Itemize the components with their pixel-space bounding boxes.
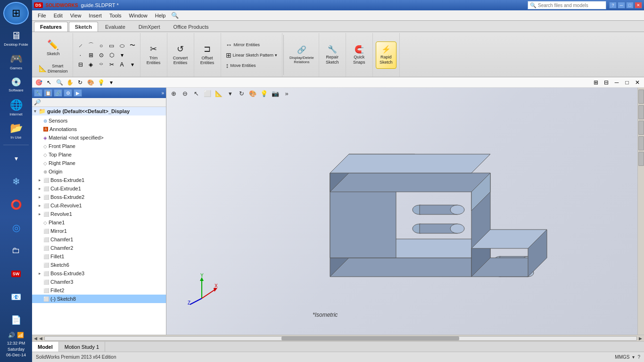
tree-item-fillet1[interactable]: ⬜ Fillet1: [32, 252, 166, 261]
sec-btn-zoom[interactable]: 🔍: [55, 78, 64, 87]
sec-btn-collapse[interactable]: ⊟: [602, 78, 611, 87]
maximize-button[interactable]: □: [626, 2, 634, 8]
taskbar-item-internet[interactable]: 🌐 Internet: [3, 97, 29, 119]
sec-btn-expand[interactable]: ⊞: [591, 78, 601, 87]
draw-point-btn[interactable]: ·: [76, 51, 85, 59]
taskbar-item-opera[interactable]: ⭕: [3, 193, 29, 215]
tree-item-cut-revolve1[interactable]: ▸ ⬜ Cut-Revolve1: [32, 201, 166, 210]
vp-btn-select[interactable]: ↖: [191, 89, 201, 98]
scroll-right-btn[interactable]: ▶: [638, 336, 643, 341]
tab-model[interactable]: Model: [32, 342, 59, 352]
taskbar-item-snowflake[interactable]: ❄: [3, 170, 29, 192]
tree-item-sketch8[interactable]: ⬜ (-) Sketch8: [32, 295, 166, 303]
draw-text-btn[interactable]: A: [117, 60, 127, 69]
ribbon-btn-smart-dimension[interactable]: 📐 SmartDimension: [37, 62, 70, 76]
sec-btn-more[interactable]: ▾: [107, 78, 116, 87]
ribbon-btn-mirror-entities[interactable]: ↔ Mirror Entities: [224, 40, 262, 49]
sec-btn-pan[interactable]: ✋: [65, 78, 74, 87]
draw-ellipse-btn[interactable]: ⬭: [117, 41, 127, 50]
sec-btn-scene[interactable]: 💡: [96, 78, 106, 87]
vp-btn-zoom-in[interactable]: ⊕: [168, 89, 179, 98]
tree-item-material[interactable]: ◈ Material <not specified>: [32, 133, 166, 142]
close-button[interactable]: ✕: [635, 2, 642, 8]
tree-item-chamfer3[interactable]: ⬜ Chamfer3: [32, 278, 166, 286]
sec-btn-window-max[interactable]: □: [622, 78, 632, 87]
menu-tools[interactable]: Tools: [106, 12, 125, 19]
tree-item-revolve1[interactable]: ▸ ⬜ Revolve1: [32, 210, 166, 218]
tree-item-top-plane[interactable]: ◇ Top Plane: [32, 150, 166, 159]
right-panel-btn-4[interactable]: [638, 136, 644, 150]
scroll-left2-btn[interactable]: ◀: [38, 336, 43, 341]
ribbon-btn-trim[interactable]: ✂ TrimEntities: [143, 41, 164, 69]
sec-btn-window-min[interactable]: ─: [612, 78, 621, 87]
tree-item-chamfer1[interactable]: ⬜ Chamfer1: [32, 235, 166, 244]
tree-btn-4[interactable]: ⚙: [64, 89, 72, 97]
right-panel-btn-3[interactable]: [638, 121, 644, 135]
vp-btn-more[interactable]: »: [281, 89, 292, 98]
right-panel-btn-2[interactable]: [638, 105, 644, 119]
vp-btn-appearance[interactable]: 🎨: [248, 89, 258, 98]
taskbar-item-outlook[interactable]: 📧: [3, 286, 29, 308]
taskbar-item-desktop[interactable]: 🖥 Desktop Folde: [3, 27, 29, 49]
draw-line-btn[interactable]: ⟋: [76, 41, 85, 50]
tree-item-origin[interactable]: ⊕ Origin: [32, 167, 166, 176]
tree-item-cut-extrude1[interactable]: ▸ ⬜ Cut-Extrude1: [32, 184, 166, 193]
taskbar-item-inuse[interactable]: 📂 In Use: [3, 120, 29, 142]
menu-edit[interactable]: Edit: [50, 12, 66, 19]
tree-btn-1[interactable]: 🔧: [34, 89, 42, 97]
tree-item-fillet2[interactable]: ⬜ Fillet2: [32, 286, 166, 295]
taskbar-item-folder[interactable]: 🗀: [3, 239, 29, 262]
tree-item-plane1[interactable]: ◇ Plane1: [32, 218, 166, 227]
draw-chamfer-btn[interactable]: ✂: [107, 60, 116, 69]
tree-item-sketch6[interactable]: ⬜ Sketch6: [32, 261, 166, 269]
draw-circle2-btn[interactable]: ⊙: [97, 51, 106, 59]
taskbar-item-expand[interactable]: ▾: [3, 147, 29, 169]
draw-circle-btn[interactable]: ○: [97, 41, 106, 50]
vp-btn-zoom-out[interactable]: ⊖: [180, 89, 190, 98]
menu-file[interactable]: File: [34, 12, 50, 19]
tree-item-sensors[interactable]: ⊚ Sensors: [32, 116, 166, 125]
sec-btn-appearance[interactable]: 🎨: [86, 78, 95, 87]
menu-insert[interactable]: Insert: [85, 12, 106, 19]
menu-help[interactable]: Help: [151, 12, 170, 19]
vp-btn-sections[interactable]: 📐: [214, 89, 224, 98]
search-input[interactable]: [538, 3, 604, 8]
tree-btn-more[interactable]: »: [161, 90, 164, 96]
tab-motion-study[interactable]: Motion Study 1: [59, 342, 105, 352]
tree-item-mirror1[interactable]: ⬜ Mirror1: [32, 227, 166, 235]
scroll-left-btn[interactable]: ◀: [33, 336, 38, 341]
sec-btn-select[interactable]: ↖: [44, 78, 54, 87]
ribbon-btn-move-entities[interactable]: ↕ Move Entities: [224, 61, 258, 70]
vp-btn-view[interactable]: ▾: [225, 89, 235, 98]
right-panel-btn-1[interactable]: [638, 90, 644, 104]
menu-view[interactable]: View: [66, 12, 85, 19]
vp-btn-scene[interactable]: 💡: [259, 89, 269, 98]
tree-item-chamfer2[interactable]: ⬜ Chamfer2: [32, 244, 166, 252]
tab-office-products[interactable]: Office Products: [167, 22, 215, 32]
taskbar-item-sw[interactable]: SW: [3, 263, 29, 285]
viewport[interactable]: ⊕ ⊖ ↖ ⬜ 📐 ▾ ↻ 🎨 💡 📷 »: [166, 88, 644, 335]
tree-item-boss-extrude2[interactable]: ▸ ⬜ Boss-Extrude2: [32, 193, 166, 201]
search-bar[interactable]: 🔍: [528, 1, 606, 9]
draw-fillet-btn[interactable]: ⌔: [97, 60, 106, 69]
tab-dimxpert[interactable]: DimXpert: [132, 22, 166, 32]
scroll-thumb[interactable]: [281, 337, 459, 340]
draw-arc-btn[interactable]: ⌒: [86, 41, 96, 50]
help-button[interactable]: ?: [609, 2, 617, 8]
tab-sketch[interactable]: Sketch: [69, 22, 98, 32]
menu-window[interactable]: Window: [125, 12, 151, 19]
ribbon-btn-display-delete[interactable]: 🔗 Display/DeleteRelations: [288, 41, 316, 69]
sec-btn-window-close[interactable]: ✕: [633, 78, 642, 87]
draw-rect-btn[interactable]: ▭: [107, 41, 116, 50]
menu-search-icon[interactable]: 🔍: [171, 12, 179, 19]
tab-evaluate[interactable]: Evaluate: [99, 22, 132, 32]
minimize-button[interactable]: ─: [618, 2, 625, 8]
taskbar-item-games[interactable]: 🎮 Games: [3, 50, 29, 73]
draw-construction-btn[interactable]: ⊟: [76, 60, 85, 69]
ribbon-btn-offset[interactable]: ⊐ OffsetEntities: [197, 41, 218, 69]
tree-item-right-plane[interactable]: ◇ Right Plane: [32, 159, 166, 167]
start-button[interactable]: ⊞: [3, 2, 29, 25]
tree-btn-2[interactable]: 📋: [44, 89, 52, 97]
ribbon-btn-rapid-sketch[interactable]: ⚡ RapidSketch: [376, 41, 396, 69]
vp-btn-display-style[interactable]: ⬜: [202, 89, 213, 98]
